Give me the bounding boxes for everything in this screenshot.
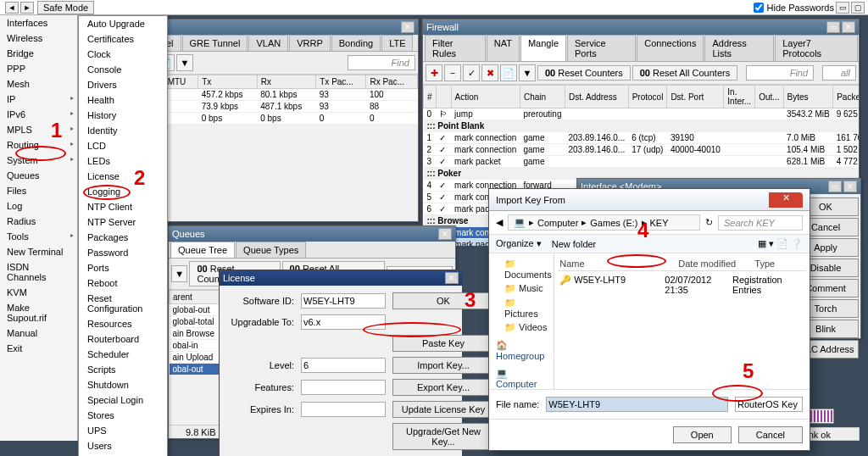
menu-isdn-channels[interactable]: ISDN Channels — [0, 259, 77, 285]
refresh-icon[interactable]: ↻ — [705, 217, 713, 228]
upgradable-input[interactable] — [301, 314, 386, 330]
close-icon[interactable]: ✕ — [842, 21, 855, 33]
submenu-health[interactable]: Health — [79, 92, 167, 108]
back-btn[interactable]: ◄ — [5, 2, 19, 14]
submenu-ups[interactable]: UPS — [79, 423, 167, 438]
open-button[interactable]: Open — [673, 426, 732, 443]
submenu-packages[interactable]: Packages — [79, 230, 167, 245]
menu-mpls[interactable]: MPLS — [0, 122, 77, 137]
enable-btn[interactable]: ✓ — [463, 64, 480, 81]
find-input[interactable]: Find — [746, 65, 814, 81]
menu-routing[interactable]: Routing — [0, 137, 77, 153]
menu-mesh[interactable]: Mesh — [0, 76, 77, 92]
export-key-button[interactable]: Export Key... — [392, 379, 494, 396]
submenu-shutdown[interactable]: Shutdown — [79, 377, 167, 392]
menu-tools[interactable]: Tools — [0, 229, 77, 244]
tab-layer7-protocols[interactable]: Layer7 Protocols — [775, 35, 858, 61]
software-id-input[interactable] — [301, 293, 386, 309]
tab-nat[interactable]: NAT — [487, 35, 520, 61]
ok-button[interactable]: OK — [392, 292, 494, 309]
tab-address-lists[interactable]: Address Lists — [704, 35, 774, 61]
import-key-button[interactable]: Import Key... — [392, 357, 494, 374]
submenu-ntp-server[interactable]: NTP Server — [79, 214, 167, 230]
expires-input[interactable] — [301, 402, 386, 417]
tab-gre-tunnel[interactable]: GRE Tunnel — [182, 35, 248, 51]
comment-btn[interactable]: 📄 — [500, 64, 517, 81]
new-folder-btn[interactable]: New folder — [552, 239, 597, 249]
tab-service-ports[interactable]: Service Ports — [567, 35, 636, 61]
organize-menu[interactable]: Organize ▾ — [496, 238, 542, 249]
submenu-reboot[interactable]: Reboot — [79, 275, 167, 291]
submenu-auto-upgrade[interactable]: Auto Upgrade — [79, 16, 167, 31]
get-new-key-button[interactable]: Upgrade/Get New Key... — [392, 423, 494, 450]
window-title[interactable]: Firewall▭✕ — [423, 19, 859, 35]
find-input[interactable]: Find — [348, 55, 415, 70]
tab-mangle[interactable]: Mangle — [520, 35, 566, 61]
menu-queues[interactable]: Queues — [0, 168, 77, 183]
submenu-history[interactable]: History — [79, 108, 167, 123]
close-icon[interactable]: ✕ — [445, 272, 459, 284]
menu-exit[interactable]: Exit — [0, 341, 77, 356]
tab-vrrp[interactable]: VRRP — [289, 35, 331, 51]
submenu-users[interactable]: Users — [79, 438, 167, 453]
safemode-btn[interactable]: Safe Mode — [37, 1, 94, 14]
submenu-special-login[interactable]: Special Login — [79, 392, 167, 408]
mangle-row[interactable]: 3✓mark packetgame628.1 MiB4 772 061 — [424, 156, 860, 168]
menu-bridge[interactable]: Bridge — [0, 46, 77, 61]
menu-manual[interactable]: Manual — [0, 325, 77, 341]
min-icon[interactable]: ▭ — [826, 21, 840, 33]
update-license-button[interactable]: Update License Key — [392, 401, 494, 418]
tab-lte[interactable]: LTE — [381, 35, 413, 51]
close-icon[interactable]: ✕ — [401, 21, 415, 33]
menu-new-terminal[interactable]: New Terminal — [0, 244, 77, 259]
filter-btn[interactable]: ▼ — [176, 54, 193, 71]
menu-radius[interactable]: Radius — [0, 214, 77, 229]
close-icon[interactable]: ✕ — [438, 228, 452, 240]
submenu-password[interactable]: Password — [79, 245, 167, 260]
tab-filter-rules[interactable]: Filter Rules — [425, 35, 486, 61]
submenu-identity[interactable]: Identity — [79, 123, 167, 138]
submenu-leds[interactable]: LEDs — [79, 153, 167, 169]
menu-make-supout.rif[interactable]: Make Supout.rif — [0, 300, 77, 325]
submenu-license[interactable]: License — [79, 169, 167, 184]
hide-passwords-check[interactable]: Hide Passwords — [754, 3, 834, 13]
filter-all[interactable]: all — [822, 65, 856, 81]
submenu-certificates[interactable]: Certificates — [79, 31, 167, 47]
submenu-reset-configuration[interactable]: Reset Configuration — [79, 291, 167, 316]
menu-interfaces[interactable]: Interfaces — [0, 15, 77, 31]
menu-system[interactable]: System — [0, 153, 77, 168]
submenu-resources[interactable]: Resources — [79, 316, 167, 331]
menu-wireless[interactable]: Wireless — [0, 31, 77, 46]
submenu-routerboard[interactable]: Routerboard — [79, 331, 167, 347]
filter-select[interactable] — [735, 397, 803, 412]
submenu-ntp-client[interactable]: NTP Client — [79, 199, 167, 214]
mangle-row[interactable]: 1✓mark connectiongame203.89.146.0...6 (t… — [424, 132, 860, 144]
reset-all-counters-btn[interactable]: 00 Reset All Counters — [632, 65, 737, 81]
features-input[interactable] — [301, 380, 386, 395]
menu-ipv6[interactable]: IPv6 — [0, 107, 77, 122]
submenu-ports[interactable]: Ports — [79, 260, 167, 275]
submenu-scheduler[interactable]: Scheduler — [79, 347, 167, 362]
submenu-console[interactable]: Console — [79, 62, 167, 77]
back-icon[interactable]: ◀ — [496, 217, 503, 228]
fwd-btn[interactable]: ► — [20, 2, 34, 14]
menu-files[interactable]: Files — [0, 183, 77, 198]
filter-btn[interactable]: ▼ — [519, 64, 536, 81]
close-icon[interactable]: ✕ — [843, 181, 857, 192]
paste-key-button[interactable]: Paste Key — [392, 335, 494, 352]
submenu-scripts[interactable]: Scripts — [79, 362, 167, 377]
tab-connections[interactable]: Connections — [637, 35, 704, 61]
reset-counters-btn[interactable]: 00 Reset Counters — [537, 65, 631, 81]
tab-vlan[interactable]: VLAN — [248, 35, 288, 51]
submenu-clock[interactable]: Clock — [79, 47, 167, 62]
mangle-row[interactable]: 2✓mark connectiongame203.89.146.0...17 (… — [424, 144, 860, 156]
menu-ppp[interactable]: PPP — [0, 61, 77, 76]
tab-bonding[interactable]: Bonding — [331, 35, 381, 51]
menu-ip[interactable]: IP — [0, 92, 77, 107]
level-input[interactable] — [301, 358, 386, 373]
menu-log[interactable]: Log — [0, 198, 77, 214]
remove-btn[interactable]: − — [444, 64, 461, 81]
disable-btn[interactable]: ✖ — [481, 64, 498, 81]
close-icon[interactable]: ✕ — [769, 192, 803, 208]
add-btn[interactable]: ✚ — [426, 64, 442, 81]
